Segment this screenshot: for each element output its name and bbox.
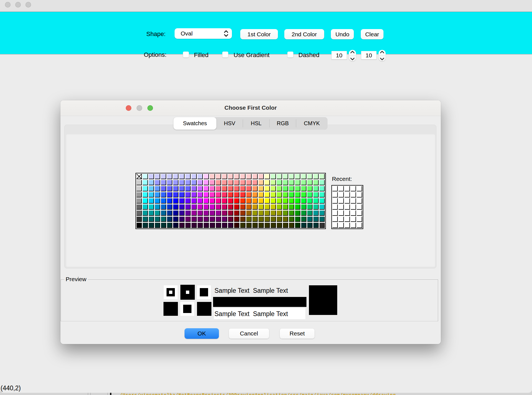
swatch-cell[interactable]: [259, 192, 264, 197]
swatch-cell[interactable]: [179, 180, 185, 185]
recent-swatch-cell[interactable]: [351, 186, 356, 191]
swatch-cell[interactable]: [222, 180, 227, 185]
swatch-cell[interactable]: [240, 198, 245, 204]
recent-swatch-cell[interactable]: [351, 204, 356, 210]
swatch-cell[interactable]: [246, 211, 252, 216]
swatch-cell[interactable]: [307, 211, 313, 216]
swatch-cell[interactable]: [265, 211, 270, 216]
recent-swatch-cell[interactable]: [357, 217, 362, 222]
swatch-cell[interactable]: [301, 192, 306, 197]
swatch-cell[interactable]: [271, 223, 276, 228]
swatch-cell[interactable]: [161, 217, 166, 222]
recent-swatch-cell[interactable]: [332, 198, 338, 204]
recent-swatch-cell[interactable]: [345, 186, 350, 191]
recent-swatch-cell[interactable]: [345, 198, 350, 204]
recent-swatch-cell[interactable]: [357, 223, 362, 228]
swatch-cell[interactable]: [277, 180, 282, 185]
swatch-cell[interactable]: [143, 174, 148, 179]
swatch-cell[interactable]: [265, 174, 270, 179]
swatch-cell[interactable]: [283, 186, 288, 191]
swatch-cell[interactable]: [265, 217, 270, 222]
swatch-cell[interactable]: [246, 204, 252, 210]
swatch-cell[interactable]: [155, 198, 160, 204]
swatch-cell[interactable]: [216, 192, 221, 197]
swatch-cell[interactable]: [259, 217, 264, 222]
swatch-cell[interactable]: [149, 204, 154, 210]
swatch-cell[interactable]: [271, 211, 276, 216]
swatch-cell[interactable]: [185, 217, 191, 222]
swatch-cell[interactable]: [191, 204, 197, 210]
swatch-cell[interactable]: [313, 186, 319, 191]
swatch-cell[interactable]: [149, 198, 154, 204]
swatch-cell[interactable]: [252, 198, 258, 204]
swatch-cell[interactable]: [283, 204, 288, 210]
recent-swatch-cell[interactable]: [345, 192, 350, 197]
swatch-cell[interactable]: [167, 204, 172, 210]
swatch-cell[interactable]: [252, 192, 258, 197]
recent-swatch-cell[interactable]: [339, 186, 344, 191]
swatch-cell[interactable]: [313, 217, 319, 222]
swatch-cell[interactable]: [228, 186, 233, 191]
swatch-cell[interactable]: [234, 198, 239, 204]
swatch-cell[interactable]: [216, 186, 221, 191]
swatch-cell[interactable]: [301, 174, 306, 179]
recent-swatch-cell[interactable]: [351, 223, 356, 228]
swatch-cell[interactable]: [259, 174, 264, 179]
swatch-cell[interactable]: [185, 223, 191, 228]
swatch-cell[interactable]: [246, 180, 252, 185]
swatch-cell[interactable]: [283, 180, 288, 185]
swatch-cell[interactable]: [210, 211, 215, 216]
swatch-cell[interactable]: [143, 211, 148, 216]
dashed-checkbox[interactable]: [287, 52, 293, 58]
filled-checkbox[interactable]: [183, 52, 189, 58]
swatch-cell[interactable]: [137, 174, 142, 179]
swatch-cell[interactable]: [173, 223, 178, 228]
swatch-cell[interactable]: [185, 174, 191, 179]
swatch-cell[interactable]: [259, 180, 264, 185]
swatch-cell[interactable]: [173, 180, 178, 185]
swatch-cell[interactable]: [319, 180, 325, 185]
swatch-cell[interactable]: [204, 217, 209, 222]
reset-button[interactable]: Reset: [280, 328, 315, 339]
swatch-cell[interactable]: [179, 186, 185, 191]
swatch-cell[interactable]: [319, 217, 325, 222]
swatch-cell[interactable]: [204, 198, 209, 204]
swatch-cell[interactable]: [222, 192, 227, 197]
swatch-cell[interactable]: [167, 192, 172, 197]
swatch-cell[interactable]: [222, 186, 227, 191]
swatch-cell[interactable]: [185, 192, 191, 197]
recent-swatch-cell[interactable]: [351, 217, 356, 222]
swatch-cell[interactable]: [313, 211, 319, 216]
swatch-cell[interactable]: [259, 204, 264, 210]
swatch-cell[interactable]: [204, 223, 209, 228]
stroke-width-spinner-field[interactable]: 10: [331, 51, 347, 60]
swatch-cell[interactable]: [198, 180, 203, 185]
swatch-cell[interactable]: [240, 174, 245, 179]
stroke-width-spinner-stepper[interactable]: [349, 50, 356, 61]
swatch-cell[interactable]: [191, 192, 197, 197]
recent-swatch-cell[interactable]: [339, 198, 344, 204]
swatch-cell[interactable]: [240, 211, 245, 216]
use-gradient-checkbox[interactable]: [222, 52, 228, 58]
swatch-cell[interactable]: [179, 223, 185, 228]
swatch-cell[interactable]: [319, 192, 325, 197]
swatch-cell[interactable]: [137, 223, 142, 228]
swatch-cell[interactable]: [228, 174, 233, 179]
swatch-cell[interactable]: [167, 217, 172, 222]
swatch-cell[interactable]: [307, 198, 313, 204]
swatch-cell[interactable]: [265, 204, 270, 210]
swatch-cell[interactable]: [185, 211, 191, 216]
swatch-cell[interactable]: [161, 198, 166, 204]
swatch-cell[interactable]: [295, 186, 300, 191]
swatch-cell[interactable]: [277, 174, 282, 179]
swatch-cell[interactable]: [289, 174, 294, 179]
swatch-cell[interactable]: [210, 180, 215, 185]
recent-swatch-cell[interactable]: [332, 211, 338, 216]
swatch-cell[interactable]: [173, 174, 178, 179]
recent-swatch-cell[interactable]: [351, 198, 356, 204]
recent-swatch-cell[interactable]: [345, 217, 350, 222]
swatch-cell[interactable]: [277, 211, 282, 216]
swatch-cell[interactable]: [240, 192, 245, 197]
swatch-cell[interactable]: [191, 174, 197, 179]
swatch-cell[interactable]: [222, 198, 227, 204]
